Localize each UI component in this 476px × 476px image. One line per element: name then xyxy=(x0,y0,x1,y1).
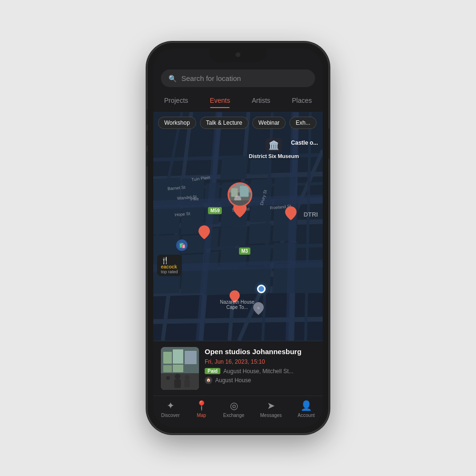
svg-rect-5 xyxy=(240,186,248,197)
bottom-nav: ✦ Discover 📍 Map ◎ Exchange ➤ Messages 👤 xyxy=(153,396,323,427)
camera xyxy=(236,52,240,57)
screen-content: 🔍 Search for location Projects Events Ar… xyxy=(153,49,323,427)
svg-rect-15 xyxy=(163,365,172,372)
marker-main[interactable] xyxy=(233,182,247,218)
chip-webinar[interactable]: Webinar xyxy=(252,117,286,129)
messages-icon: ➤ xyxy=(267,400,275,411)
account-icon: 👤 xyxy=(300,400,312,411)
event-info: Open studios Johannesburg Fri, Jun 16, 2… xyxy=(205,347,315,384)
marker-photo xyxy=(228,182,252,207)
nav-account[interactable]: 👤 Account xyxy=(298,400,315,418)
tab-events[interactable]: Events xyxy=(206,95,234,106)
svg-rect-14 xyxy=(185,351,197,364)
event-card[interactable]: Open studios Johannesburg Fri, Jun 16, 2… xyxy=(153,341,323,396)
m59-badge: M59 xyxy=(208,207,222,214)
m3-badge: M3 xyxy=(239,248,250,255)
phone-wrapper: 🔍 Search for location Projects Events Ar… xyxy=(148,43,328,433)
discover-label: Discover xyxy=(161,413,180,418)
organizer-name: August House xyxy=(215,377,251,384)
messages-label: Messages xyxy=(260,413,282,418)
svg-rect-13 xyxy=(173,349,183,364)
tab-artists[interactable]: Artists xyxy=(248,95,274,106)
organizer-line: 🏠 August House xyxy=(205,377,315,384)
chip-exhibition[interactable]: Exh... xyxy=(289,117,317,129)
map-area[interactable]: Workshop Talk & Lecture Webinar Exh... 🏛… xyxy=(153,112,323,341)
shopping-bag-icon: 🛍️ xyxy=(176,239,188,251)
map-label: Map xyxy=(197,413,206,418)
exchange-label: Exchange xyxy=(223,413,244,418)
exchange-icon: ◎ xyxy=(230,400,238,411)
filter-chips: Workshop Talk & Lecture Webinar Exh... xyxy=(158,117,318,129)
marker-pin-gray: ⌂ xyxy=(253,302,264,315)
marker-pin-left xyxy=(198,225,210,239)
event-thumbnail xyxy=(161,347,199,390)
marker-gray[interactable]: ⌂ xyxy=(253,302,264,317)
account-label: Account xyxy=(298,413,315,418)
phone-screen: 🔍 Search for location Projects Events Ar… xyxy=(153,49,323,427)
map-background xyxy=(153,112,323,341)
venue-text: August House, Mitchell St... xyxy=(223,368,293,375)
svg-rect-16 xyxy=(173,365,183,372)
svg-point-21 xyxy=(166,376,170,380)
marker-photo-art xyxy=(229,184,251,206)
tab-projects[interactable]: Projects xyxy=(160,95,192,106)
marker-bottom[interactable] xyxy=(229,290,240,303)
marker-pin-right xyxy=(285,206,297,220)
svg-rect-12 xyxy=(163,352,172,364)
event-thumb-art xyxy=(161,347,199,390)
event-date: Fri, Jun 16, 2023, 15:10 xyxy=(205,358,315,365)
nav-discover[interactable]: ✦ Discover xyxy=(161,400,180,418)
discover-icon: ✦ xyxy=(167,400,175,411)
nav-tabs: Projects Events Artists Places xyxy=(153,91,323,108)
svg-rect-4 xyxy=(231,188,238,197)
chip-talk[interactable]: Talk & Lecture xyxy=(200,117,248,129)
nav-map[interactable]: 📍 Map xyxy=(196,400,208,418)
event-title: Open studios Johannesburg xyxy=(205,347,315,357)
organizer-icon: 🏠 xyxy=(205,377,212,384)
svg-point-19 xyxy=(185,375,189,380)
map-icon: 📍 xyxy=(196,400,208,411)
svg-rect-20 xyxy=(184,380,190,387)
marker-pin-bottom xyxy=(229,290,240,303)
search-icon: 🔍 xyxy=(169,75,177,82)
search-bar[interactable]: 🔍 Search for location xyxy=(161,69,315,87)
marker-right[interactable] xyxy=(285,206,297,220)
chip-workshop[interactable]: Workshop xyxy=(158,117,196,129)
svg-point-17 xyxy=(175,374,180,379)
nav-exchange[interactable]: ◎ Exchange xyxy=(223,400,244,418)
paid-badge: Paid xyxy=(205,368,220,374)
svg-rect-18 xyxy=(174,379,181,388)
tab-places[interactable]: Places xyxy=(288,95,316,106)
user-location-dot xyxy=(257,285,266,293)
search-placeholder: Search for location xyxy=(181,74,241,82)
notch xyxy=(209,49,267,62)
marker-left[interactable] xyxy=(198,225,210,239)
nav-messages[interactable]: ➤ Messages xyxy=(260,400,282,418)
svg-text:⌂: ⌂ xyxy=(258,306,260,310)
event-venue-line: Paid August House, Mitchell St... xyxy=(205,368,315,375)
